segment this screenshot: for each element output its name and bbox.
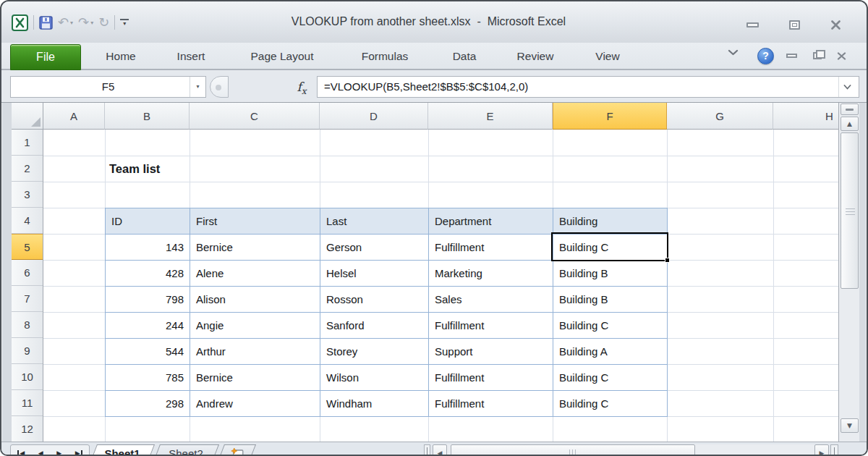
row-header-11[interactable]: 11 (12, 390, 43, 416)
tab-data[interactable]: Data (453, 43, 477, 69)
cell-C8[interactable]: Angie (190, 313, 320, 339)
expand-formula-bar-button[interactable] (838, 77, 856, 97)
minimize-window-button[interactable] (744, 19, 761, 30)
cell-E5[interactable]: Fulfillment (429, 235, 553, 261)
cell-E7[interactable]: Sales (429, 287, 553, 313)
tab-home[interactable]: Home (106, 43, 135, 69)
cell-E9[interactable]: Support (429, 339, 553, 365)
restore-workbook-button[interactable] (809, 49, 826, 62)
next-sheet-button[interactable]: ▶ (56, 450, 61, 456)
tab-review[interactable]: Review (517, 43, 554, 69)
formula-bar-handle[interactable] (210, 76, 229, 98)
vertical-scrollbar[interactable]: ▲ ▼ (838, 103, 859, 442)
row-header-6[interactable]: 6 (12, 260, 43, 286)
vertical-split-handle[interactable] (841, 104, 859, 115)
sheet-tab-sheet2[interactable]: Sheet2 (153, 444, 219, 456)
cell-D8[interactable]: Sanford (320, 313, 429, 339)
close-window-button[interactable] (827, 19, 844, 30)
table-header-D4[interactable]: Last (320, 208, 429, 235)
tab-formulas[interactable]: Formulas (362, 43, 409, 69)
row-header-2[interactable]: 2 (12, 156, 43, 182)
cell-D11[interactable]: Windham (320, 391, 429, 417)
close-workbook-button[interactable] (833, 49, 850, 62)
cell-C11[interactable]: Andrew (190, 391, 320, 417)
last-sheet-button[interactable]: ▶ (75, 450, 82, 456)
horizontal-scroll-thumb[interactable] (451, 444, 695, 456)
customize-qat-button[interactable]: ▾ (120, 19, 129, 26)
cell-B7[interactable]: 798 (106, 287, 190, 313)
formula-input[interactable]: =VLOOKUP(B5,Sheet2!$B$5:$C$104,2,0) (317, 76, 859, 98)
vertical-scroll-thumb[interactable] (841, 132, 859, 289)
minimize-workbook-button[interactable] (783, 49, 800, 62)
scroll-up-button[interactable]: ▲ (841, 117, 859, 131)
minimize-ribbon-button[interactable] (728, 49, 739, 56)
column-header-D[interactable]: D (320, 103, 428, 130)
cell-F11[interactable]: Building C (553, 391, 668, 417)
excel-logo-icon[interactable] (12, 13, 28, 32)
undo-dropdown-icon[interactable]: ▾ (70, 20, 73, 26)
tab-insert[interactable]: Insert (177, 43, 205, 69)
row-header-12[interactable]: 12 (12, 416, 43, 442)
help-button[interactable]: ? (757, 48, 774, 64)
cell-C6[interactable]: Alene (190, 261, 320, 287)
scroll-down-button[interactable]: ▼ (841, 418, 859, 433)
cell-C10[interactable]: Bernice (190, 365, 320, 391)
insert-worksheet-button[interactable] (217, 444, 256, 456)
cell-B10[interactable]: 785 (106, 365, 190, 391)
cell-D10[interactable]: Wilson (320, 365, 429, 391)
cell-F6[interactable]: Building B (553, 261, 668, 287)
previous-sheet-button[interactable]: ◀ (38, 450, 43, 456)
undo-button[interactable]: ↶ ▾ (58, 13, 73, 32)
cell-B8[interactable]: 244 (106, 313, 190, 339)
row-header-10[interactable]: 10 (12, 364, 43, 390)
restore-window-button[interactable] (786, 19, 803, 30)
cell-C5[interactable]: Bernice (190, 235, 320, 261)
cell-E8[interactable]: Fulfillment (429, 313, 553, 339)
column-header-G[interactable]: G (667, 103, 773, 130)
cell-F8[interactable]: Building C (553, 313, 668, 339)
select-all-button[interactable] (12, 103, 43, 130)
column-header-A[interactable]: A (43, 103, 105, 130)
cell-B11[interactable]: 298 (106, 391, 190, 417)
cell-B9[interactable]: 544 (106, 339, 190, 365)
table-header-E4[interactable]: Department (429, 208, 553, 235)
cell-D7[interactable]: Rosson (320, 287, 429, 313)
scrollbar-resize-handle[interactable] (830, 444, 838, 456)
row-header-7[interactable]: 7 (12, 286, 43, 312)
table-header-F4[interactable]: Building (553, 208, 668, 235)
scroll-left-button[interactable]: ◀ (433, 444, 447, 456)
first-sheet-button[interactable]: ◀ (17, 450, 25, 456)
cell-D5[interactable]: Gerson (320, 235, 429, 261)
scroll-right-button[interactable]: ▶ (814, 444, 829, 456)
tab-page-layout[interactable]: Page Layout (250, 43, 313, 69)
cell-C9[interactable]: Arthur (190, 339, 320, 365)
repeat-button[interactable]: ↻ (98, 13, 109, 32)
cell-F5[interactable]: Building C (553, 235, 668, 261)
table-header-B4[interactable]: ID (106, 208, 190, 235)
cell-D9[interactable]: Storey (320, 339, 429, 365)
cell-F9[interactable]: Building A (553, 339, 668, 365)
name-box[interactable]: F5 ▾ (10, 76, 206, 98)
row-header-5[interactable]: 5 (12, 234, 43, 260)
table-header-C4[interactable]: First (190, 208, 320, 235)
cell-b2-team-list[interactable]: Team list (109, 156, 160, 182)
row-header-4[interactable]: 4 (12, 208, 43, 234)
cell-B5[interactable]: 143 (106, 235, 190, 261)
row-header-9[interactable]: 9 (12, 338, 43, 364)
cell-F7[interactable]: Building B (553, 287, 668, 313)
cell-E6[interactable]: Marketing (429, 261, 553, 287)
column-header-H[interactable]: H (773, 103, 838, 130)
cell-D6[interactable]: Helsel (320, 261, 429, 287)
sheet-tab-sheet1[interactable]: Sheet1 (90, 444, 155, 456)
column-header-B[interactable]: B (105, 103, 190, 130)
cell-F10[interactable]: Building C (553, 365, 668, 391)
name-box-dropdown-icon[interactable]: ▾ (190, 77, 205, 97)
column-header-E[interactable]: E (428, 103, 553, 130)
tab-file[interactable]: File (10, 44, 81, 70)
redo-dropdown-icon[interactable]: ▾ (90, 20, 93, 26)
row-header-3[interactable]: 3 (12, 182, 43, 208)
row-header-8[interactable]: 8 (12, 312, 43, 338)
row-header-1[interactable]: 1 (12, 130, 43, 156)
save-button[interactable] (39, 13, 53, 32)
cell-C7[interactable]: Alison (190, 287, 320, 313)
